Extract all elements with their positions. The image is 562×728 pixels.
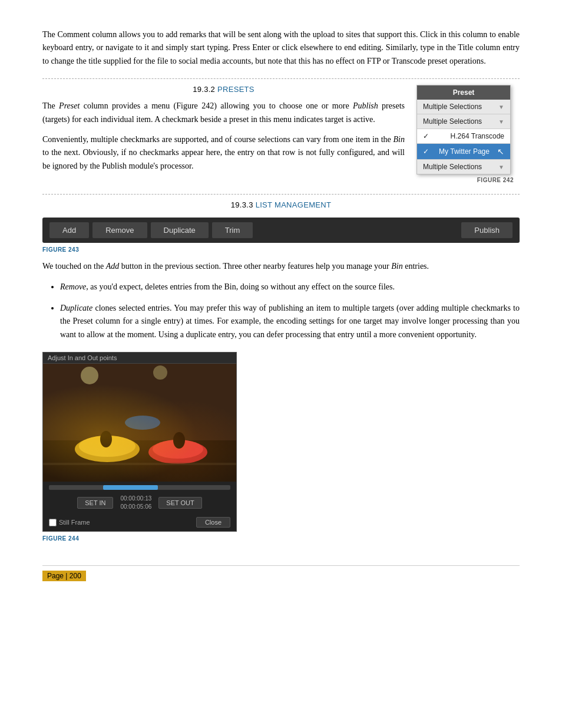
add-intro-text: We touched on the Add button in the prev… bbox=[42, 260, 520, 273]
trim-button[interactable]: Trim bbox=[212, 222, 253, 238]
list-mgmt-title: 19.3.3 LIST MANAGEMENT bbox=[42, 200, 520, 209]
toolbar-bar: Add Remove Duplicate Trim Publish bbox=[42, 218, 520, 243]
section-divider-1 bbox=[42, 78, 520, 79]
dropdown-arrow-2: ▼ bbox=[498, 118, 504, 125]
preset-item-twitter[interactable]: ✓ My Twitter Page ↖ bbox=[417, 144, 510, 160]
publish-button[interactable]: Publish bbox=[461, 222, 513, 238]
presets-title-link[interactable]: PRESETS bbox=[217, 85, 254, 94]
video-bottom-row: Still Frame Close bbox=[43, 515, 236, 531]
duplicate-text: clones selected entries. You may prefer … bbox=[60, 304, 520, 339]
figure244-label: FIGURE 244 bbox=[42, 535, 237, 542]
preset-item-h264-label: H.264 Transcode bbox=[451, 132, 504, 140]
features-list: Remove, as you'd expect, deletes entries… bbox=[60, 281, 520, 342]
video-timeline[interactable] bbox=[49, 485, 230, 490]
video-trim-topbar: Adjust In and Out points bbox=[43, 353, 236, 364]
presets-text-column: 19.3.2 PRESETS The Preset column provide… bbox=[42, 85, 405, 183]
figure242-container: Preset Multiple Selections ▼ Multiple Se… bbox=[416, 85, 514, 183]
section-divider-2 bbox=[42, 194, 520, 195]
preset-item-1-label: Multiple Selections bbox=[423, 103, 482, 111]
presets-section: 19.3.2 PRESETS The Preset column provide… bbox=[42, 85, 520, 183]
preset-item-1[interactable]: Multiple Selections ▼ bbox=[417, 100, 510, 114]
page-number: Page | 200 bbox=[42, 571, 86, 581]
figure243-label: FIGURE 243 bbox=[42, 246, 520, 253]
remove-item: Remove, as you'd expect, deletes entries… bbox=[60, 281, 520, 294]
preset-item-3-label: Multiple Selections bbox=[423, 163, 482, 171]
page-content: The Comment column allows you to add rem… bbox=[0, 0, 562, 617]
preset-header: Preset bbox=[417, 85, 510, 100]
timecode-display: 00:00:00:13 00:00:05:06 bbox=[120, 495, 151, 511]
list-mgmt-title-link[interactable]: LIST MANAGEMENT bbox=[256, 200, 332, 209]
video-btn-row: SET IN 00:00:00:13 00:00:05:06 SET OUT bbox=[49, 495, 230, 511]
checkmark-twitter: ✓ bbox=[423, 147, 429, 156]
figure244-wrap: Adjust In and Out points bbox=[42, 352, 237, 542]
video-trim-dialog: Adjust In and Out points bbox=[42, 352, 237, 532]
presets-body2: Conveniently, multiple checkmarks are su… bbox=[42, 133, 405, 173]
preset-item-3[interactable]: Multiple Selections ▼ bbox=[417, 160, 510, 174]
close-trim-button[interactable]: Close bbox=[196, 517, 230, 528]
timeline-highlight bbox=[103, 485, 157, 490]
checkmark-h264: ✓ bbox=[423, 132, 429, 140]
preset-item-twitter-label: My Twitter Page bbox=[439, 147, 490, 156]
duplicate-label: Duplicate bbox=[60, 304, 92, 312]
remove-text: , as you'd expect, deletes entries from … bbox=[86, 282, 395, 291]
remove-label: Remove bbox=[60, 282, 86, 291]
preset-item-2-label: Multiple Selections bbox=[423, 117, 482, 126]
presets-body1: The Preset column provides a menu (Figur… bbox=[42, 100, 405, 126]
cursor-arrow: ↖ bbox=[497, 147, 504, 156]
duplicate-button[interactable]: Duplicate bbox=[151, 222, 209, 238]
preset-dropdown: Preset Multiple Selections ▼ Multiple Se… bbox=[416, 85, 511, 174]
timecode2: 00:00:05:06 bbox=[120, 503, 151, 511]
preset-item-2[interactable]: Multiple Selections ▼ bbox=[417, 114, 510, 129]
intro-paragraph: The Comment column allows you to add rem… bbox=[42, 28, 520, 68]
preset-item-h264[interactable]: ✓ H.264 Transcode bbox=[417, 129, 510, 144]
dropdown-arrow-1: ▼ bbox=[498, 104, 504, 110]
remove-button[interactable]: Remove bbox=[92, 222, 147, 238]
video-controls: SET IN 00:00:00:13 00:00:05:06 SET OUT bbox=[43, 482, 236, 515]
still-frame-check: Still Frame bbox=[49, 519, 90, 526]
dropdown-arrow-3: ▼ bbox=[498, 164, 504, 170]
still-frame-label: Still Frame bbox=[59, 519, 90, 526]
page-footer: Page | 200 bbox=[42, 565, 520, 581]
set-out-button[interactable]: SET OUT bbox=[158, 497, 201, 509]
figure242-label: FIGURE 242 bbox=[416, 177, 514, 183]
still-frame-checkbox[interactable] bbox=[49, 519, 57, 526]
timecode1: 00:00:00:13 bbox=[120, 495, 151, 503]
video-thumbnail bbox=[43, 364, 236, 482]
duplicate-item: Duplicate clones selected entries. You m… bbox=[60, 302, 520, 341]
set-in-button[interactable]: SET IN bbox=[77, 497, 113, 509]
scene-overlay bbox=[43, 364, 236, 482]
presets-section-title: 19.3.2 PRESETS bbox=[42, 85, 405, 94]
add-button[interactable]: Add bbox=[49, 222, 89, 238]
